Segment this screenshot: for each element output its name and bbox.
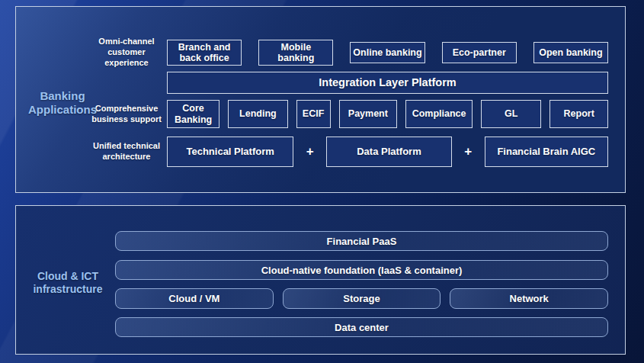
plus-icon: + <box>452 137 485 167</box>
box-financial-brain-aigc: Financial Brain AIGC <box>485 137 608 167</box>
row-unified-architecture: Unified technical architecture Technical… <box>16 137 608 167</box>
box-report: Report <box>549 100 608 128</box>
box-cloud-vm: Cloud / VM <box>115 288 274 309</box>
omni-channel-boxes: Branch and back office Mobile banking On… <box>167 40 608 66</box>
cloud-rows: Financial PaaS Cloud-native foundation (… <box>115 206 608 337</box>
banking-applications-title: Banking Applications <box>18 89 107 116</box>
box-data-platform: Data Platform <box>326 137 451 167</box>
cloud-resources-row: Cloud / VM Storage Network <box>115 288 608 309</box>
box-lending: Lending <box>228 100 287 128</box>
box-network: Network <box>450 288 608 309</box>
architecture-diagram: Banking Applications Omni-channel custom… <box>0 0 644 363</box>
box-financial-paas: Financial PaaS <box>115 231 608 251</box>
box-compliance: Compliance <box>405 100 473 128</box>
box-core-banking: Core Banking <box>167 100 219 128</box>
box-data-center: Data center <box>115 317 608 337</box>
box-payment: Payment <box>339 100 398 128</box>
unified-architecture-boxes: Technical Platform + Data Platform + Fin… <box>167 137 608 167</box>
cloud-ict-title: Cloud & ICT infrastructure <box>18 270 118 295</box>
box-storage: Storage <box>283 288 441 309</box>
box-technical-platform: Technical Platform <box>167 137 293 167</box>
box-ecif: ECIF <box>296 100 331 128</box>
box-integration-layer-platform: Integration Layer Platform <box>167 72 608 94</box>
row-omni-channel: Omni-channel customer experience Branch … <box>16 40 608 66</box>
omni-channel-label: Omni-channel customer experience <box>16 40 167 66</box>
banking-applications-panel: Banking Applications Omni-channel custom… <box>15 6 626 193</box>
box-online-banking: Online banking <box>350 42 425 63</box>
cloud-ict-panel: Cloud & ICT infrastructure Financial Paa… <box>15 205 626 355</box>
box-mobile-banking: Mobile banking <box>258 40 333 66</box>
box-gl: GL <box>481 100 541 128</box>
box-cloud-native-foundation: Cloud-native foundation (IaaS & containe… <box>115 260 608 280</box>
business-support-boxes: Core Banking Lending ECIF Payment Compli… <box>167 100 608 128</box>
box-open-banking: Open banking <box>533 42 608 63</box>
box-branch-and-back-office: Branch and back office <box>167 40 242 66</box>
plus-icon: + <box>293 137 326 167</box>
box-eco-partner: Eco-partner <box>442 42 517 63</box>
unified-architecture-label: Unified technical architecture <box>16 137 167 167</box>
